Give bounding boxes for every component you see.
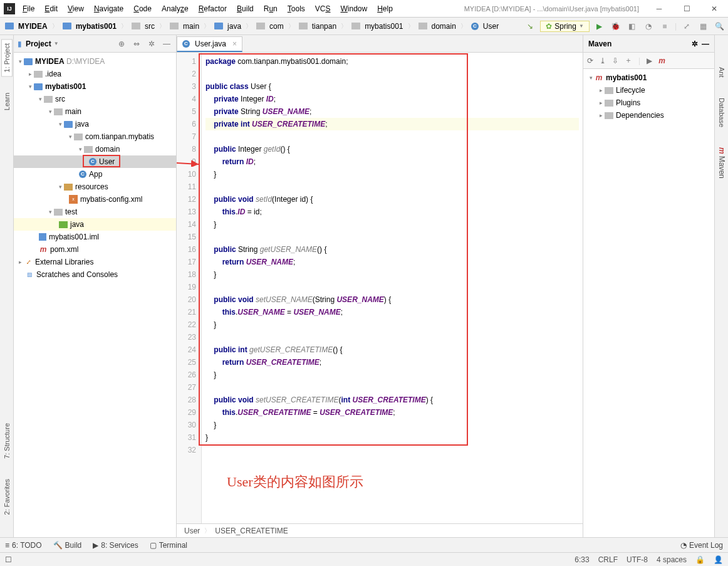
crumb-tianpan[interactable]: tianpan bbox=[296, 21, 339, 32]
run-button[interactable]: ▶ bbox=[593, 20, 606, 33]
status-line-sep[interactable]: CRLF bbox=[598, 555, 618, 564]
folder-icon bbox=[34, 71, 43, 78]
crumb-domain[interactable]: domain bbox=[416, 21, 459, 32]
left-toolwindow-bar: 1: Project Learn 7: Structure 2: Favorit… bbox=[0, 35, 14, 537]
menu-window[interactable]: Window bbox=[336, 3, 371, 15]
crumb-mybatis001[interactable]: mybatis001 bbox=[349, 21, 405, 32]
download-icon[interactable]: ⇩ bbox=[612, 56, 618, 65]
resources-icon bbox=[64, 184, 73, 191]
tab-favorites[interactable]: 2: Favorites bbox=[2, 475, 12, 518]
tab-terminal[interactable]: ▢ Terminal bbox=[150, 541, 187, 550]
folder-icon bbox=[64, 121, 73, 128]
status-hint-icon[interactable]: ☐ bbox=[5, 555, 12, 564]
crumb-main[interactable]: main bbox=[167, 21, 202, 32]
profile-button[interactable]: ◔ bbox=[642, 20, 655, 33]
maven-tree[interactable]: ▾mmybatis001 ▸Lifecycle ▸Plugins ▸Depend… bbox=[583, 69, 714, 537]
folder-icon bbox=[605, 87, 613, 94]
editor-breadcrumb: User〉USER_CREATETIME bbox=[177, 523, 583, 537]
titlebar: IJ File Edit View Navigate Code Analyze … bbox=[0, 0, 728, 18]
search-button[interactable]: 🔍 bbox=[713, 20, 725, 33]
add-icon[interactable]: ＋ bbox=[625, 55, 632, 66]
menubar: File Edit View Navigate Code Analyze Ref… bbox=[19, 3, 397, 15]
crumb-src[interactable]: src bbox=[129, 21, 157, 32]
project-view-icon: ▮ bbox=[18, 39, 22, 48]
hide-icon[interactable]: — bbox=[702, 39, 709, 48]
class-icon: C bbox=[182, 40, 190, 48]
app-logo: IJ bbox=[4, 3, 15, 14]
menu-vcs[interactable]: VCS bbox=[311, 3, 335, 15]
run-icon[interactable]: ▶ bbox=[647, 56, 652, 65]
collapse-icon[interactable]: ⇔ bbox=[131, 38, 142, 50]
crumb-com[interactable]: com bbox=[254, 21, 286, 32]
tab-structure[interactable]: 7: Structure bbox=[2, 419, 12, 463]
status-encoding[interactable]: UTF-8 bbox=[627, 555, 648, 564]
maven-icon: m bbox=[39, 245, 48, 254]
status-position[interactable]: 6:33 bbox=[575, 555, 589, 564]
generate-icon[interactable]: ⤓ bbox=[600, 56, 606, 65]
run-config-dropdown[interactable]: ✿Spring▼ bbox=[540, 21, 590, 32]
tab-project[interactable]: 1: Project bbox=[1, 39, 13, 76]
crumb-field[interactable]: USER_CREATETIME bbox=[215, 527, 288, 535]
folder-icon bbox=[34, 83, 43, 90]
menu-edit[interactable]: Edit bbox=[41, 3, 61, 15]
menu-code[interactable]: Code bbox=[130, 3, 155, 15]
build-icon[interactable]: ↘ bbox=[524, 20, 536, 33]
tab-database[interactable]: Database bbox=[717, 94, 727, 131]
tab-ant[interactable]: Ant bbox=[717, 63, 727, 81]
navbar: MYIDEA〉 mybatis001〉 src〉 main〉 java〉 com… bbox=[0, 18, 728, 35]
tab-build[interactable]: 🔨 Build bbox=[53, 541, 82, 550]
layout-button[interactable]: ▦ bbox=[697, 20, 709, 33]
tree-node-user[interactable]: CUser bbox=[14, 155, 176, 168]
close-icon[interactable]: × bbox=[232, 39, 237, 48]
editor-tab-user[interactable]: C User.java × bbox=[177, 36, 242, 52]
menu-analyze[interactable]: Analyze bbox=[158, 3, 192, 15]
coverage-button[interactable]: ◧ bbox=[626, 20, 638, 33]
status-indent[interactable]: 4 spaces bbox=[657, 555, 687, 564]
folder-icon bbox=[84, 146, 93, 153]
maven-m-icon[interactable]: m bbox=[658, 56, 667, 65]
settings-icon[interactable]: ✲ bbox=[146, 38, 157, 50]
tab-maven[interactable]: m Maven bbox=[716, 144, 727, 182]
status-lock-icon[interactable]: 🔒 bbox=[695, 555, 705, 564]
reload-icon[interactable]: ⟳ bbox=[587, 56, 593, 65]
scope-icon[interactable]: ⊕ bbox=[116, 38, 127, 50]
git-button[interactable]: ⤢ bbox=[680, 20, 693, 33]
line-gutter: 1234567891011121314151617181920212223242… bbox=[177, 53, 202, 523]
minimize-button[interactable]: ─ bbox=[645, 1, 673, 17]
tab-todo[interactable]: ≡ 6: TODO bbox=[5, 541, 42, 550]
project-tree[interactable]: ▾MYIDEA D:\MYIDEA ▸.idea ▾mybatis001 ▾sr… bbox=[14, 53, 176, 537]
menu-build[interactable]: Build bbox=[233, 3, 257, 15]
folder-icon bbox=[24, 58, 33, 65]
menu-view[interactable]: View bbox=[64, 3, 88, 15]
annotation-text: User类的内容如图所示 bbox=[227, 476, 363, 488]
crumb-class[interactable]: User bbox=[184, 527, 200, 535]
maximize-button[interactable]: ☐ bbox=[673, 1, 700, 17]
status-notify-icon[interactable]: 👤 bbox=[714, 555, 723, 564]
menu-file[interactable]: File bbox=[19, 3, 38, 15]
menu-run[interactable]: Run bbox=[260, 3, 281, 15]
tab-eventlog[interactable]: ◔ Event Log bbox=[680, 541, 723, 550]
project-sidebar: ▮ Project ▼ ⊕ ⇔ ✲ — ▾MYIDEA D:\MYIDEA ▸.… bbox=[14, 35, 177, 537]
menu-tools[interactable]: Tools bbox=[284, 3, 309, 15]
menu-navigate[interactable]: Navigate bbox=[90, 3, 127, 15]
crumb-module[interactable]: mybatis001 bbox=[60, 21, 119, 32]
stop-button[interactable]: ■ bbox=[658, 20, 671, 33]
code-editor[interactable]: 1234567891011121314151617181920212223242… bbox=[177, 53, 583, 523]
crumb-user[interactable]: CUser bbox=[469, 21, 501, 32]
tab-learn[interactable]: Learn bbox=[2, 89, 12, 114]
crumb-java[interactable]: java bbox=[212, 21, 244, 32]
folder-icon bbox=[44, 96, 53, 103]
hide-icon[interactable]: — bbox=[161, 38, 172, 50]
menu-help[interactable]: Help bbox=[373, 3, 397, 15]
tab-services[interactable]: ▶ 8: Services bbox=[93, 541, 138, 550]
maven-title: Maven bbox=[588, 39, 611, 48]
menu-refactor[interactable]: Refactor bbox=[195, 3, 231, 15]
maven-panel: Maven✲— ⟳ ⤓ ⇩ ＋ | ▶ m ▾mmybatis001 ▸Life… bbox=[583, 35, 714, 537]
maven-icon: m bbox=[595, 73, 603, 82]
crumb-root[interactable]: MYIDEA bbox=[3, 21, 50, 32]
debug-button[interactable]: 🐞 bbox=[610, 20, 622, 33]
gear-icon[interactable]: ✲ bbox=[692, 39, 698, 48]
statusbar: ☐ 6:33 CRLF UTF-8 4 spaces 🔒 👤 bbox=[0, 552, 728, 566]
folder-icon bbox=[132, 23, 140, 29]
close-button[interactable]: ✕ bbox=[700, 1, 728, 17]
